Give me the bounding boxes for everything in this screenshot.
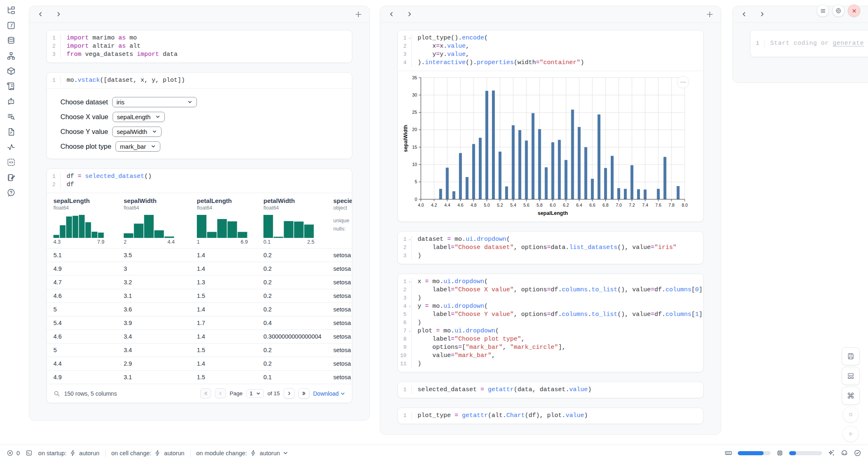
line-number: 9 xyxy=(398,343,412,352)
chart-menu-button[interactable] xyxy=(677,76,689,88)
table-row[interactable]: 4.93.11.50.1setosa xyxy=(47,370,352,384)
script-icon[interactable] xyxy=(7,82,16,91)
column-next-button[interactable] xyxy=(406,11,413,18)
package-icon[interactable] xyxy=(7,67,16,76)
close-panel-button[interactable] xyxy=(848,5,860,17)
table-cell: 5 xyxy=(47,347,117,353)
svg-text:7.2: 7.2 xyxy=(629,203,635,207)
run-button[interactable] xyxy=(843,426,859,442)
line-number: 8 xyxy=(398,335,412,343)
keyboard-shortcuts-button[interactable]: ⌘ xyxy=(842,387,860,405)
plot-type-select[interactable]: mark_bar xyxy=(115,141,160,152)
column-header[interactable]: petalWidth float64 0.12.5 xyxy=(257,197,327,247)
y-value-select[interactable]: sepalWidth xyxy=(112,127,162,137)
menu-button[interactable] xyxy=(817,5,829,17)
line-number: 1 xyxy=(47,173,61,181)
dataset-select[interactable]: iris xyxy=(112,97,197,107)
code-editor[interactable]: 1df = selected_dataset()2df xyxy=(47,169,352,193)
column-prev-button[interactable] xyxy=(388,11,395,18)
cpu-usage-fill xyxy=(789,451,796,455)
column-prev-button[interactable] xyxy=(740,11,748,18)
table-cell: 5 xyxy=(47,306,117,313)
add-cell-button[interactable] xyxy=(355,11,362,18)
code-line: 3) xyxy=(398,252,703,260)
column-prev-button[interactable] xyxy=(37,11,44,18)
terminal-icon xyxy=(25,449,32,456)
ai-sparkles-icon[interactable] xyxy=(827,449,835,457)
database-icon[interactable] xyxy=(7,36,16,45)
settings-button[interactable] xyxy=(832,5,845,17)
table-cell: 0.2 xyxy=(257,252,327,258)
table-footer: 150 rows, 5 columns Page 1 of 15 Downloa… xyxy=(47,384,352,403)
code-snippet-icon[interactable] xyxy=(7,158,16,167)
add-cell-button[interactable] xyxy=(706,11,713,18)
search-icon[interactable] xyxy=(53,390,60,397)
save-button[interactable] xyxy=(842,347,860,365)
code-line: 3 y=y.value, xyxy=(398,51,703,59)
stop-button[interactable] xyxy=(843,406,859,423)
on-cell-change-setting[interactable]: on cell change: autorun xyxy=(111,449,185,456)
code-editor[interactable]: 1⌄plot_type().encode(2 x=x.value,3 y=y.v… xyxy=(398,30,703,71)
table-row[interactable]: 53.41.50.2setosa xyxy=(47,343,352,357)
code-editor[interactable]: 1mo.vstack([dataset, x, y, plot]) xyxy=(47,73,352,88)
column-header[interactable]: petalLength float64 16.9 xyxy=(190,197,257,247)
code-editor[interactable]: 1 Start coding or generate with xyxy=(750,30,868,57)
activity-icon[interactable] xyxy=(7,143,16,152)
table-header: sepalLength float64 4.37.9 sepalWidth fl… xyxy=(47,193,352,247)
code-editor[interactable]: 1import marimo as mo2import altair as al… xyxy=(47,30,352,62)
prev-page-button[interactable] xyxy=(215,388,226,399)
document-icon[interactable] xyxy=(7,127,16,136)
table-row[interactable]: 4.931.40.2setosa xyxy=(47,262,352,275)
table-row[interactable]: 53.61.40.2setosa xyxy=(47,302,352,316)
table-row[interactable]: 4.63.41.40.3000000000000004setosa xyxy=(47,330,352,343)
svg-text:4.2: 4.2 xyxy=(431,203,437,207)
function-icon[interactable]: f xyxy=(7,21,16,30)
code-editor[interactable]: 1selected_dataset = getattr(data, datase… xyxy=(398,382,703,398)
dependency-graph-icon[interactable] xyxy=(7,51,16,60)
first-page-button[interactable] xyxy=(200,388,211,399)
column-header[interactable]: sepalLength float64 4.37.9 xyxy=(47,197,117,247)
layout-button[interactable] xyxy=(842,367,860,385)
code-line: 8 label="Choose plot type", xyxy=(398,335,703,343)
table-cell: 4.6 xyxy=(47,333,117,340)
last-page-button[interactable] xyxy=(298,388,309,399)
on-startup-setting[interactable]: on startup: autorun xyxy=(38,449,99,456)
column-next-button[interactable] xyxy=(758,11,766,18)
errors-indicator[interactable]: 0 xyxy=(7,449,20,456)
table-cell: 4.9 xyxy=(47,374,117,380)
terminal-button[interactable] xyxy=(25,449,32,456)
help-icon[interactable] xyxy=(7,188,16,197)
column-header[interactable]: species object unique nulls: xyxy=(327,197,352,247)
x-value-select[interactable]: sepalLength xyxy=(113,112,165,122)
next-page-button[interactable] xyxy=(284,388,295,399)
log-search-icon[interactable] xyxy=(7,112,16,121)
table-row[interactable]: 5.43.91.70.4setosa xyxy=(47,316,352,330)
chart-output[interactable]: 4.04.24.44.64.85.05.25.45.65.86.06.26.46… xyxy=(398,71,703,221)
column-next-button[interactable] xyxy=(55,11,62,18)
chat-bot-icon[interactable] xyxy=(7,97,16,106)
code-line: 2 label="Choose dataset", options=data.l… xyxy=(398,244,703,252)
download-button[interactable]: Download xyxy=(313,390,345,397)
on-module-change-setting[interactable]: on module change: autorun xyxy=(196,449,289,456)
connection-status-icon[interactable] xyxy=(854,449,861,457)
code-editor[interactable]: 1plot_type = getattr(alt.Chart(df), plot… xyxy=(398,408,703,424)
page-select[interactable]: 1 xyxy=(246,389,264,398)
vstack-cell: 1mo.vstack([dataset, x, y, plot]) Choose… xyxy=(46,72,352,159)
copilot-icon[interactable] xyxy=(840,449,848,457)
table-row[interactable]: 4.73.21.30.2setosa xyxy=(47,275,352,289)
code-line: 1import marimo as mo xyxy=(47,34,352,42)
file-tree-icon[interactable] xyxy=(7,6,16,15)
column-header[interactable]: sepalWidth float64 24.4 xyxy=(117,197,190,247)
table-row[interactable]: 5.13.51.40.2setosa xyxy=(47,248,352,262)
line-number: 2 xyxy=(398,42,412,51)
scratchpad-icon[interactable] xyxy=(7,173,16,182)
table-row[interactable]: 4.42.91.40.2setosa xyxy=(47,357,352,370)
code-editor[interactable]: 1⌄dataset = mo.ui.dropdown(2 label="Choo… xyxy=(398,232,703,264)
plot-type-cell: 1plot_type = getattr(alt.Chart(df), plot… xyxy=(397,408,704,424)
code-editor[interactable]: 1⌄x = mo.ui.dropdown(2 label="Choose X v… xyxy=(398,274,703,372)
generate-link[interactable]: generate xyxy=(833,40,864,47)
svg-text:7.6: 7.6 xyxy=(655,203,661,207)
memory-icon xyxy=(725,449,732,457)
table-row[interactable]: 4.63.11.50.2setosa xyxy=(47,289,352,302)
bar-chart[interactable]: 4.04.24.44.64.85.05.25.45.65.86.06.26.46… xyxy=(402,74,700,220)
